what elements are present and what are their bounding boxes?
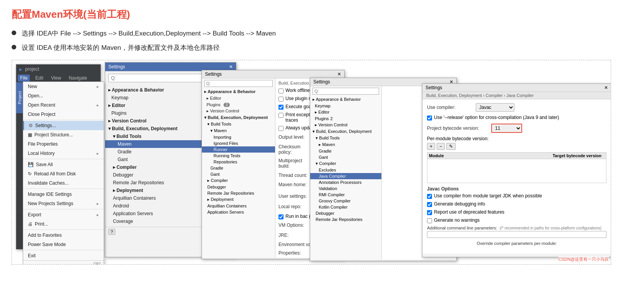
project-sidebar-tab[interactable]: Project: [16, 82, 23, 113]
menu-item-settings[interactable]: ⚙ Settings...: [23, 121, 104, 130]
tree2-build[interactable]: ▾ Build, Execution, Deployment: [202, 114, 275, 121]
menu-item-open-recent[interactable]: Open Recent ▸: [23, 100, 104, 110]
menu-item-close-project[interactable]: Close Project: [23, 110, 104, 119]
tree3-maven[interactable]: ▸ Maven: [310, 141, 381, 148]
menu-navigate[interactable]: Navigate: [67, 75, 89, 82]
tree3-compiler[interactable]: ▾ Compiler: [310, 160, 381, 167]
tree3-gant[interactable]: Gant: [310, 154, 381, 160]
menu-bar[interactable]: File Edit View Navigate: [16, 74, 101, 82]
menu-item-new[interactable]: New ▸: [23, 82, 104, 91]
tree3-appearance[interactable]: ▸ Appearance & Behavior: [310, 96, 381, 103]
tree3-rmi[interactable]: RMI Compiler: [310, 192, 381, 198]
help-btn-1[interactable]: ?: [108, 229, 115, 235]
execute-goals-cb[interactable]: [278, 105, 284, 110]
settings-dlg1-close[interactable]: ✕: [229, 64, 233, 70]
tree3-remote-jar[interactable]: Remote Jar Repositories: [310, 216, 381, 222]
use-compiler-module-cb[interactable]: [427, 194, 432, 199]
menu-item-save-all[interactable]: 💾 Save All: [23, 160, 104, 169]
report-deprecated-cb[interactable]: [427, 210, 432, 215]
menu-item-reload[interactable]: ↻ Reload All from Disk: [23, 169, 104, 178]
settings-search-input-3[interactable]: [313, 88, 379, 95]
tree2-running-tests[interactable]: Running Tests: [202, 153, 275, 159]
table-body: [427, 159, 606, 182]
bullet-list: 选择 IDEA中 File --> Settings --> Build,Exe…: [12, 29, 632, 52]
tree2-maven[interactable]: ▾ Maven: [202, 127, 275, 134]
menu-item-file-properties[interactable]: File Properties: [23, 139, 104, 149]
print-exc-cb[interactable]: [278, 113, 284, 118]
use-compiler-select[interactable]: Javac: [476, 103, 514, 112]
tree2-gradle[interactable]: Gradle: [202, 165, 275, 171]
tree2-arquillian[interactable]: Arquillian Containers: [202, 203, 275, 209]
tree3-gradle[interactable]: Gradle: [310, 148, 381, 154]
main-titlebar: ▸ project: [16, 65, 101, 74]
tree2-app-servers[interactable]: Application Servers: [202, 209, 275, 215]
work-offline-label: Work offline: [285, 88, 310, 93]
tree2-runner[interactable]: Runner: [202, 146, 275, 153]
gen-no-warnings-cb[interactable]: [427, 218, 432, 223]
menu-item-add-favorites[interactable]: Add to Favorites: [23, 231, 104, 240]
tree3-kotlin[interactable]: Kotlin Compiler: [310, 204, 381, 210]
menu-item-open[interactable]: Open...: [23, 91, 104, 100]
menu-item-new-projects-settings[interactable]: New Projects Settings ▸: [23, 199, 104, 208]
tree2-vc[interactable]: ▸ Version Control: [202, 108, 275, 114]
sep2: [23, 159, 104, 159]
tree2-compiler[interactable]: ▸ Compiler: [202, 177, 275, 184]
tree2-editor[interactable]: ▸ Editor: [202, 95, 275, 102]
tree3-editor[interactable]: ▸ Editor: [310, 109, 381, 115]
run-in-back-cb[interactable]: [278, 214, 284, 219]
menu-item-export[interactable]: Export ▸: [23, 210, 104, 219]
bytecode-version-select[interactable]: 11: [491, 124, 522, 133]
print-label: Print...: [35, 221, 48, 227]
work-offline-cb[interactable]: [278, 88, 284, 93]
additional-params-row: Additional command line parameters: (/* …: [427, 226, 606, 238]
menu-edit[interactable]: Edit: [33, 75, 46, 82]
open-label: Open...: [28, 93, 43, 99]
use-plugin-cb[interactable]: [278, 97, 284, 102]
gen-debug-cb[interactable]: [427, 202, 432, 207]
settings-search-input-2[interactable]: [204, 80, 273, 87]
tree2-gant[interactable]: Gant: [202, 171, 275, 177]
tree2-importing[interactable]: Importing: [202, 134, 275, 140]
tree3-build-tools[interactable]: ▾ Build Tools: [310, 135, 381, 141]
menu-file[interactable]: File: [18, 75, 30, 82]
bullet-dot-2: [12, 45, 16, 49]
menu-item-local-history[interactable]: Local History ▸: [23, 149, 104, 158]
tree3-groovy[interactable]: Groovy Compiler: [310, 198, 381, 204]
new-projects-settings-label: New Projects Settings: [28, 201, 73, 206]
menu-item-power-save[interactable]: Power Save Mode: [23, 240, 104, 249]
tree2-appearance[interactable]: ▸ Appearance & Behavior: [202, 88, 275, 95]
tree3-plugins[interactable]: Plugins 2: [310, 115, 381, 122]
edit-module-btn[interactable]: ✎: [446, 143, 456, 150]
menu-item-exit[interactable]: Exit: [23, 251, 104, 260]
menu-item-invalidate[interactable]: Invalidate Caches...: [23, 178, 104, 188]
help-btn[interactable]: ?: [94, 262, 101, 265]
tree3-keymap[interactable]: Keymap: [310, 103, 381, 109]
tree3-java-compiler[interactable]: Java Compiler: [310, 173, 381, 179]
tree2-remote-jar[interactable]: Remote Jar Repositories: [202, 190, 275, 196]
release-option-cb[interactable]: [427, 115, 432, 121]
remove-module-btn[interactable]: −: [437, 143, 445, 150]
menu-item-manage-ide[interactable]: Manage IDE Settings: [23, 190, 104, 199]
menu-view[interactable]: View: [49, 75, 63, 82]
tree2-plugins[interactable]: Plugins 3: [202, 102, 275, 108]
manage-ide-label: Manage IDE Settings: [28, 192, 72, 197]
tree3-annotation[interactable]: Annotation Processors: [310, 179, 381, 185]
tree3-build[interactable]: ▾ Build, Execution, Deployment: [310, 128, 381, 135]
menu-item-print[interactable]: 🖨 Print...: [23, 219, 104, 229]
tree3-excludes[interactable]: Excludes: [310, 167, 381, 173]
tree2-debugger[interactable]: Debugger: [202, 184, 275, 190]
add-module-btn[interactable]: +: [427, 143, 435, 150]
additional-params-input[interactable]: [427, 231, 606, 238]
tree3-debugger[interactable]: Debugger: [310, 210, 381, 216]
tree2-ignored[interactable]: Ignored Files: [202, 140, 275, 146]
settings-dlg4-close[interactable]: ✕: [604, 85, 608, 90]
menu-item-project-structure[interactable]: ▦ Project Structure...: [23, 130, 104, 139]
tree2-build-tools[interactable]: ▾ Build Tools: [202, 121, 275, 127]
tree3-validation[interactable]: Validation: [310, 185, 381, 192]
always-update-cb[interactable]: [278, 126, 284, 131]
tree2-repositories[interactable]: Repositories: [202, 159, 275, 165]
release-option-label: Use '--release' option for cross-compila…: [434, 115, 559, 120]
settings-dlg2-close[interactable]: ✕: [337, 71, 341, 77]
tree3-vc[interactable]: ▸ Version Control: [310, 122, 381, 128]
tree2-deployment[interactable]: ▸ Deployment: [202, 196, 275, 203]
